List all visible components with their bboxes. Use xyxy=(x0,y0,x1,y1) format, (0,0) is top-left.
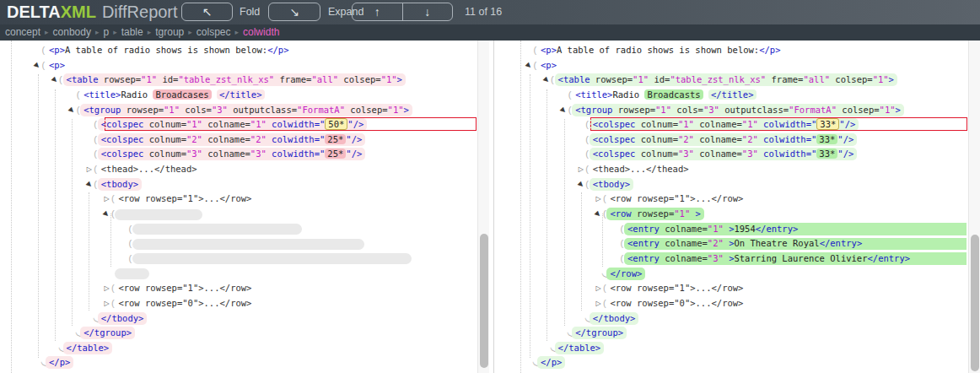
code-token: colname= xyxy=(202,134,250,144)
previous-diff-button[interactable]: ↑ xyxy=(353,3,402,20)
code-token: colname= xyxy=(694,119,742,129)
xml-tag: colwidth=" xyxy=(267,149,326,159)
fold-handle[interactable]: ( xyxy=(94,177,97,192)
attr-value: "1" xyxy=(873,74,889,84)
fold-handle[interactable]: ( xyxy=(603,207,606,222)
fold-handle[interactable]: ( xyxy=(111,296,115,311)
fold-handle[interactable]: ( xyxy=(568,103,572,118)
fold-handle[interactable]: ( xyxy=(94,147,97,162)
attr-value: "table_zst_nlk_xs" xyxy=(178,74,274,84)
indent-guide xyxy=(38,74,39,358)
fold-handle[interactable]: ( xyxy=(534,58,537,73)
fold-handle[interactable]: ( xyxy=(94,162,97,177)
fold-handle[interactable]: ( xyxy=(551,73,554,88)
fold-button[interactable]: ↖ xyxy=(181,3,233,21)
breadcrumb-item-table[interactable]: table xyxy=(121,26,143,38)
expand-toggle-icon[interactable]: ▷ xyxy=(595,192,600,207)
breadcrumb-separator-icon: ▸ xyxy=(148,28,152,36)
fold-handle[interactable]: ( xyxy=(621,222,624,237)
fold-handle[interactable]: ( xyxy=(42,58,46,73)
indent-guide xyxy=(55,89,56,341)
expand-toggle-icon[interactable]: ▷ xyxy=(595,281,600,296)
fold-handle[interactable]: ( xyxy=(585,132,589,148)
xml-tag: "/> xyxy=(346,134,362,144)
right-pane-scrollbar[interactable] xyxy=(968,41,980,373)
left-pane-scrollbar[interactable] xyxy=(477,41,489,373)
xml-tag: </tbody> xyxy=(101,313,144,323)
breadcrumb-item-p[interactable]: p xyxy=(103,26,109,38)
fold-handle[interactable]: ( xyxy=(59,73,62,88)
expand-toggle-icon[interactable]: ▷ xyxy=(104,192,109,207)
attr-value: "1" xyxy=(381,74,397,84)
breadcrumb-item-colspec[interactable]: colspec xyxy=(197,26,231,38)
fold-handle[interactable]: ( xyxy=(585,177,589,192)
code-text: <p> xyxy=(49,59,65,72)
fold-handle[interactable]: ( xyxy=(585,162,589,177)
breadcrumb-separator-icon: ▸ xyxy=(95,28,100,36)
code-token: colname= xyxy=(660,224,708,234)
fold-handle[interactable]: ( xyxy=(585,147,589,162)
code-text: <table rowsep="1" id="table_zst_nlk_xs" … xyxy=(558,73,897,86)
attr-value: "1" xyxy=(250,119,267,129)
breadcrumb-item-current[interactable]: colwidth xyxy=(243,26,279,38)
fold-handle[interactable]: ( xyxy=(129,251,132,267)
expand-toggle-icon[interactable]: ▷ xyxy=(104,296,109,311)
fold-handle[interactable]: ( xyxy=(621,251,624,267)
code-line: ▶(<table rowsep="1" id="table_zst_nlk_xs… xyxy=(496,73,980,88)
code-token: Radio xyxy=(612,89,644,100)
attr-value: "FormatA" xyxy=(297,105,345,115)
fold-handle[interactable]: ( xyxy=(568,88,572,103)
xml-tag: <entry xyxy=(627,253,660,263)
fold-handle[interactable]: ( xyxy=(621,236,624,251)
indent-guide xyxy=(602,214,603,267)
fold-handle[interactable]: ( xyxy=(77,103,80,118)
attr-value: "3" xyxy=(212,105,228,115)
fold-handle[interactable]: ( xyxy=(111,192,115,207)
code-token: >...</row> xyxy=(690,298,743,308)
left-scrollbar-thumb[interactable] xyxy=(480,234,488,368)
fold-handle[interactable]: ( xyxy=(603,281,606,296)
breadcrumb-item-conbody[interactable]: conbody xyxy=(53,26,91,38)
expand-toggle-icon[interactable]: ▷ xyxy=(104,281,109,296)
attr-value: "1" xyxy=(655,105,671,115)
code-token: 25* xyxy=(325,134,346,144)
fold-handle[interactable]: ( xyxy=(42,43,46,58)
code-text: <table rowsep="1" id="table_zst_nlk_xs" … xyxy=(67,73,406,86)
fold-handle[interactable]: ( xyxy=(603,296,606,311)
xml-tag: <colspec xyxy=(101,149,144,159)
code-token: 1954 xyxy=(734,224,755,234)
breadcrumb-item-tgroup[interactable]: tgroup xyxy=(155,26,184,38)
fold-handle[interactable]: ( xyxy=(94,132,97,148)
fold-handle[interactable]: ( xyxy=(129,222,132,237)
xml-tag: </p> xyxy=(49,357,70,367)
code-line: ▷(<row rowsep="1">...</row> xyxy=(496,192,980,207)
old-document-pane: (<p>A table of radio shows is shown belo… xyxy=(0,41,490,373)
breadcrumb-item-concept[interactable]: concept xyxy=(5,26,40,38)
code-text: </tgroup> xyxy=(575,327,627,339)
code-token: outputclass= xyxy=(228,105,297,115)
expand-toggle-icon[interactable]: ▷ xyxy=(579,162,584,177)
fold-handle[interactable]: ( xyxy=(603,192,606,207)
xml-tag: </entry> xyxy=(820,238,863,248)
fold-handle[interactable]: ( xyxy=(111,281,115,296)
arrow-down-icon: ↓ xyxy=(424,5,430,19)
indent-guide xyxy=(11,41,12,373)
right-scrollbar-thumb[interactable] xyxy=(971,235,979,371)
fold-handle[interactable]: ( xyxy=(94,117,97,132)
fold-handle[interactable]: ( xyxy=(129,236,132,251)
code-line: (<colspec colnum="3" colname="3" colwidt… xyxy=(0,147,490,162)
fold-handle[interactable]: ( xyxy=(111,207,115,222)
attr-value: "all" xyxy=(311,74,338,84)
fold-handle[interactable]: ( xyxy=(77,88,80,103)
expand-toggle-icon[interactable]: ▷ xyxy=(595,296,600,311)
code-token: id= xyxy=(157,74,178,84)
code-token: Broadcases xyxy=(153,89,211,100)
code-line: (<title>Radio Broadcases </title> xyxy=(0,88,490,103)
fold-handle[interactable]: ( xyxy=(534,43,537,58)
fold-handle[interactable]: ( xyxy=(585,117,589,132)
attr-value: "1" xyxy=(678,119,694,129)
expand-button[interactable]: ↘ xyxy=(268,3,320,21)
expand-toggle-icon[interactable]: ▷ xyxy=(87,162,92,177)
next-diff-button[interactable]: ↓ xyxy=(402,3,453,20)
code-token: <row rowsep= xyxy=(118,193,182,203)
